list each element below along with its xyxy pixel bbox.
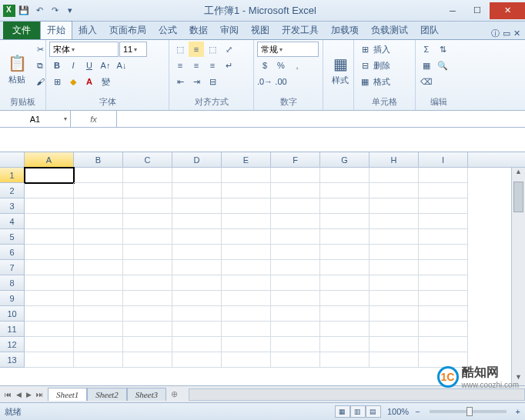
- format-cells-button[interactable]: 格式: [373, 76, 390, 88]
- tab-data[interactable]: 数据: [183, 22, 214, 39]
- row-header[interactable]: 2: [0, 183, 25, 198]
- cell[interactable]: [172, 306, 222, 322]
- cell[interactable]: [419, 352, 468, 368]
- name-box[interactable]: A1▾: [0, 111, 71, 127]
- cell[interactable]: [370, 229, 419, 245]
- cell[interactable]: [419, 168, 468, 183]
- formula-bar[interactable]: [117, 111, 525, 127]
- wrap-text-icon[interactable]: ↵: [221, 58, 236, 73]
- cell[interactable]: [370, 168, 419, 183]
- cell[interactable]: [74, 306, 123, 322]
- cell[interactable]: [222, 229, 271, 245]
- cell[interactable]: [123, 352, 172, 368]
- cell[interactable]: [74, 275, 123, 291]
- grow-font-icon[interactable]: A↑: [98, 58, 113, 73]
- zoom-slider[interactable]: [430, 410, 507, 413]
- cell[interactable]: [320, 260, 370, 275]
- minimize-button[interactable]: ─: [440, 2, 465, 19]
- cell[interactable]: [320, 352, 370, 368]
- cell[interactable]: [74, 337, 123, 352]
- cell[interactable]: [123, 260, 172, 275]
- tab-formulas[interactable]: 公式: [152, 22, 183, 39]
- cell[interactable]: [222, 168, 271, 183]
- cell[interactable]: [25, 291, 74, 306]
- cell[interactable]: [25, 352, 74, 368]
- cell[interactable]: [419, 322, 468, 337]
- cell[interactable]: [320, 322, 370, 337]
- align-right-icon[interactable]: ≡: [205, 58, 220, 73]
- insert-cells-button[interactable]: 插入: [373, 44, 390, 55]
- cell[interactable]: [320, 306, 370, 322]
- cell[interactable]: [271, 214, 320, 229]
- cell[interactable]: [74, 352, 123, 368]
- border-icon[interactable]: ⊞: [49, 74, 65, 89]
- row-header[interactable]: 6: [0, 245, 25, 260]
- clear-icon[interactable]: ⌫: [419, 74, 434, 89]
- cell[interactable]: [25, 337, 74, 352]
- row-header[interactable]: 10: [0, 306, 25, 322]
- cell[interactable]: [25, 275, 74, 291]
- cell[interactable]: [74, 183, 123, 198]
- row-header[interactable]: 8: [0, 275, 25, 291]
- find-icon[interactable]: 🔍: [435, 58, 450, 73]
- cell[interactable]: [25, 198, 74, 214]
- cell[interactable]: [271, 275, 320, 291]
- cell[interactable]: [172, 183, 222, 198]
- underline-button[interactable]: U: [82, 58, 97, 73]
- close-button[interactable]: ✕: [490, 2, 525, 19]
- phonetic-icon[interactable]: 變: [98, 74, 113, 89]
- row-header[interactable]: 3: [0, 198, 25, 214]
- cell[interactable]: [25, 229, 74, 245]
- cell[interactable]: [320, 229, 370, 245]
- cell[interactable]: [222, 183, 271, 198]
- cell[interactable]: [271, 183, 320, 198]
- align-middle-icon[interactable]: ≡: [189, 42, 204, 57]
- cell[interactable]: [271, 245, 320, 260]
- minimize-ribbon-icon[interactable]: ▭: [503, 28, 510, 38]
- cell[interactable]: [123, 168, 172, 183]
- sheet-tab-3[interactable]: Sheet3: [127, 388, 166, 401]
- cell[interactable]: [419, 291, 468, 306]
- fill-color-icon[interactable]: ◆: [65, 74, 81, 89]
- column-header[interactable]: E: [222, 152, 271, 167]
- cell[interactable]: [172, 352, 222, 368]
- cell[interactable]: [25, 245, 74, 260]
- cell[interactable]: [222, 214, 271, 229]
- tab-team[interactable]: 团队: [414, 22, 445, 39]
- cell[interactable]: [74, 229, 123, 245]
- row-header[interactable]: 13: [0, 352, 25, 368]
- cell[interactable]: [419, 337, 468, 352]
- row-header[interactable]: 11: [0, 322, 25, 337]
- sheet-next-icon[interactable]: ▶: [25, 391, 33, 398]
- sheet-tab-1[interactable]: Sheet1: [48, 388, 87, 401]
- cell[interactable]: [172, 245, 222, 260]
- cell[interactable]: [74, 198, 123, 214]
- format-cells-icon[interactable]: ▦: [357, 74, 373, 89]
- fx-icon[interactable]: fx: [90, 115, 97, 124]
- doc-close-icon[interactable]: ✕: [513, 28, 520, 38]
- cell[interactable]: [123, 322, 172, 337]
- cell[interactable]: [25, 322, 74, 337]
- view-page-break-icon[interactable]: ▤: [366, 405, 381, 418]
- column-header[interactable]: G: [320, 152, 370, 167]
- cell[interactable]: [123, 245, 172, 260]
- align-top-icon[interactable]: ⬚: [172, 42, 188, 57]
- number-format-combo[interactable]: 常规▾: [257, 42, 319, 57]
- cell[interactable]: [172, 214, 222, 229]
- view-page-layout-icon[interactable]: ▥: [350, 405, 366, 418]
- sheet-prev-icon[interactable]: ◀: [15, 391, 23, 398]
- merge-icon[interactable]: ⊟: [205, 74, 220, 89]
- cell[interactable]: [123, 275, 172, 291]
- cell[interactable]: [370, 183, 419, 198]
- maximize-button[interactable]: ☐: [465, 2, 490, 19]
- cell[interactable]: [271, 198, 320, 214]
- view-normal-icon[interactable]: ▦: [335, 405, 350, 418]
- cell[interactable]: [123, 337, 172, 352]
- cell[interactable]: [320, 337, 370, 352]
- cell[interactable]: [222, 352, 271, 368]
- cell[interactable]: [419, 275, 468, 291]
- file-tab[interactable]: 文件: [3, 22, 40, 39]
- cell[interactable]: [419, 260, 468, 275]
- cell[interactable]: [320, 214, 370, 229]
- row-header[interactable]: 1: [0, 168, 25, 183]
